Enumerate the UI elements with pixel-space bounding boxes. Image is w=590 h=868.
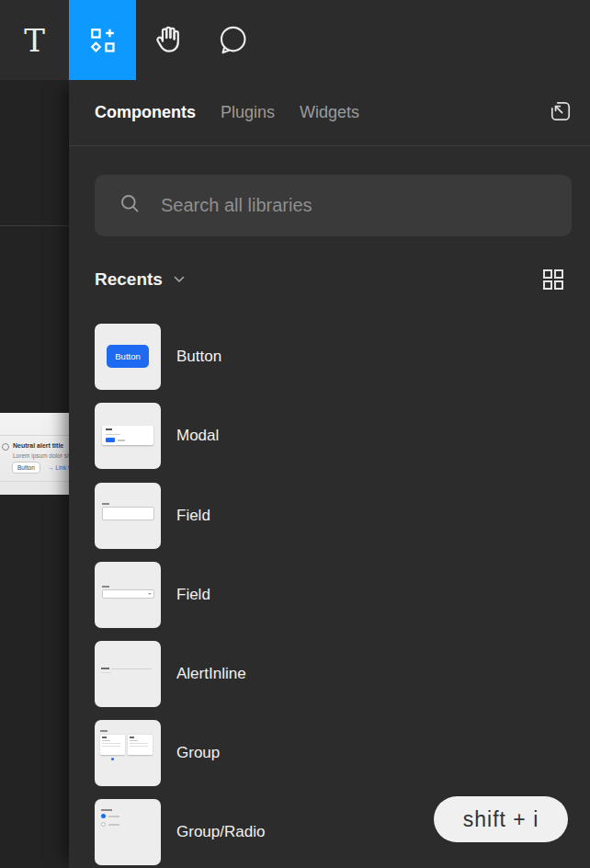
canvas-alert-body: Lorem ipsum dolor sit amet consect: [13, 452, 69, 459]
thumbnail-card-right: [128, 735, 153, 755]
thumbnail-pagination-dot: [111, 758, 114, 760]
thumbnail-field-label-line: [102, 503, 109, 505]
thumbnail-blue-button: Button: [107, 345, 149, 368]
list-item-group[interactable]: Group: [95, 720, 564, 786]
thumbnail-alert-text-line: [111, 668, 152, 669]
list-item-label: Button: [176, 348, 221, 366]
hand-tool-button[interactable]: [136, 0, 200, 80]
canvas-alert-title: Neutral alert title: [13, 442, 63, 449]
thumbnail-caret-icon: [148, 593, 152, 595]
list-item-modal[interactable]: Modal: [95, 403, 564, 469]
thumbnail-group-label-line: [101, 809, 112, 811]
list-item-button[interactable]: Button Button: [95, 324, 564, 390]
thumbnail-alert-title-line: [101, 668, 109, 669]
canvas-alert-link: → Link text: [48, 464, 69, 471]
assets-tool-button-active[interactable]: [69, 0, 136, 80]
list-item-field[interactable]: Field: [95, 483, 564, 549]
alertinline-thumbnail: [95, 641, 161, 707]
thumbnail-radio-label-line: [108, 816, 119, 817]
list-item-alertinline[interactable]: AlertInline: [95, 641, 564, 707]
modal-thumbnail: [95, 403, 161, 469]
thumbnail-alert-text-line-2: [101, 672, 111, 673]
top-toolbar: T: [0, 0, 590, 80]
list-item-label: AlertInline: [176, 665, 246, 683]
list-item-label: Group: [176, 744, 220, 762]
comment-bubble-icon: [217, 25, 248, 56]
thumbnail-radio-unselected: [101, 822, 106, 827]
button-thumbnail: Button: [95, 324, 161, 390]
field-select-thumbnail: [95, 562, 161, 628]
canvas-divider-line: [0, 225, 69, 226]
list-item-label: Field: [176, 507, 210, 525]
list-item-label: Modal: [176, 427, 219, 445]
thumbnail-field-label-line: [102, 586, 109, 588]
text-tool-button[interactable]: T: [0, 0, 69, 80]
canvas-area[interactable]: Neutral alert title Lorem ipsum dolor si…: [0, 80, 69, 868]
thumbnail-radio-selected: [101, 814, 106, 818]
list-item-label: Field: [176, 586, 210, 604]
list-item-field-2[interactable]: Field: [95, 562, 564, 628]
info-icon: [2, 443, 9, 451]
canvas-alert-button: Button: [12, 462, 40, 474]
hand-icon: [152, 24, 185, 57]
thumbnail-select-input: [102, 589, 154, 599]
comment-tool-button[interactable]: [200, 0, 265, 80]
thumbnail-radio-label-line-2: [108, 824, 119, 826]
thumbnail-modal-mock: [102, 426, 153, 445]
thumbnail-field-input: [102, 507, 154, 520]
components-panel: Components Plugins Widgets Recents: [69, 80, 590, 868]
components-icon: [88, 26, 118, 55]
thumbnail-card-left: [100, 735, 125, 755]
list-item-label: Group/Radio: [176, 823, 265, 841]
group-thumbnail: [95, 720, 161, 786]
recents-list: Button Button Modal Field: [69, 80, 590, 868]
keyboard-shortcut-hint: shift + i: [434, 796, 568, 842]
field-thumbnail: [95, 483, 161, 549]
group-radio-thumbnail: [95, 799, 161, 865]
text-tool-icon: T: [24, 22, 45, 59]
thumbnail-group-label-line: [100, 730, 108, 732]
canvas-frame-preview: Neutral alert title Lorem ipsum dolor si…: [0, 413, 69, 495]
